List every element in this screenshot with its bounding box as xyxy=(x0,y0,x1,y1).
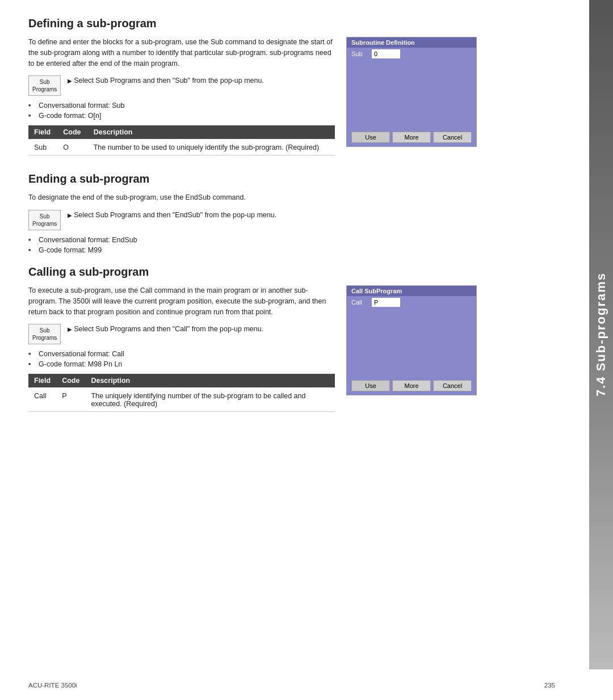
section1-table: Field Code Description Sub O The number … xyxy=(28,125,335,155)
section1-btn-label1: Sub xyxy=(40,79,50,85)
section1-bullet2: G-code format: O[n] xyxy=(28,112,335,120)
section1-widget-row-label: Sub xyxy=(351,50,367,57)
section3-table-col3: Description xyxy=(85,374,335,387)
section3-sub-btn-icon: Sub Programs xyxy=(28,324,61,344)
section2-sub-btn-icon: Sub Programs xyxy=(28,210,61,230)
page-wrapper: 7.4 Sub-programs Defining a sub-program … xyxy=(0,0,613,700)
section1-left: To define and enter the blocks for a sub… xyxy=(28,37,335,167)
section1-cancel-button[interactable]: Cancel xyxy=(433,132,472,143)
section1-widget-body xyxy=(347,60,476,128)
section2-btn-label2: Programs xyxy=(32,221,57,227)
section1-use-button[interactable]: Use xyxy=(351,132,390,143)
s3-row1-code: P xyxy=(56,387,85,412)
s3-row1-desc: The uniquely identifying number of the s… xyxy=(85,387,335,412)
section3-widget-row-label: Call xyxy=(351,299,367,306)
section-defining: Defining a sub-program To define and ent… xyxy=(28,17,555,167)
section3-right: Call SubProgram Call Use More Cancel xyxy=(346,285,477,423)
section1-two-col: To define and enter the blocks for a sub… xyxy=(28,37,555,167)
side-tab: 7.4 Sub-programs xyxy=(589,0,613,669)
section1-btn-row: Sub Programs Select Sub Programs and the… xyxy=(28,75,335,96)
section3-btn-row: Sub Programs Select Sub Programs and the… xyxy=(28,324,335,344)
section3-widget-row: Call xyxy=(347,296,476,309)
section1-table-col3: Description xyxy=(88,125,335,139)
s1-row1-code: O xyxy=(57,139,87,155)
section2-bullet1: Conversational format: EndSub xyxy=(28,236,555,244)
section3-widget: Call SubProgram Call Use More Cancel xyxy=(346,285,477,395)
section1-widget: Subroutine Definition Sub Use More Cance… xyxy=(346,37,477,147)
section3-widget-footer: Use More Cancel xyxy=(347,377,476,395)
section3-btn-label2: Programs xyxy=(32,335,57,341)
page-footer: ACU-RITE 3500i 235 xyxy=(28,682,555,689)
table-row: Call P The uniquely identifying number o… xyxy=(28,387,335,412)
section-calling: Calling a sub-program To execute a sub-p… xyxy=(28,265,555,423)
section1-body: To define and enter the blocks for a sub… xyxy=(28,37,335,69)
section1-more-button[interactable]: More xyxy=(392,132,431,143)
section1-widget-footer: Use More Cancel xyxy=(347,128,476,146)
section3-two-col: To execute a sub-program, use the Call c… xyxy=(28,285,555,423)
footer-right: 235 xyxy=(544,682,555,689)
section1-right: Subroutine Definition Sub Use More Cance… xyxy=(346,37,477,167)
s1-row1-desc: The number to be used to uniquely identi… xyxy=(88,139,335,155)
section3-left: To execute a sub-program, use the Call c… xyxy=(28,285,335,423)
section3-bullet2: G-code format: M98 Pn Ln xyxy=(28,360,335,368)
section3-table-col1: Field xyxy=(28,374,56,387)
section1-widget-input[interactable] xyxy=(372,49,400,58)
s3-row1-field: Call xyxy=(28,387,56,412)
section-ending: Ending a sub-program To designate the en… xyxy=(28,172,555,254)
section3-cancel-button[interactable]: Cancel xyxy=(433,380,472,391)
s1-row1-field: Sub xyxy=(28,139,57,155)
section3-more-button[interactable]: More xyxy=(392,380,431,391)
section3-table: Field Code Description Call P The unique… xyxy=(28,374,335,412)
side-tab-label: 7.4 Sub-programs xyxy=(594,272,608,397)
main-content: Defining a sub-program To define and ent… xyxy=(0,0,589,700)
section1-widget-title: Subroutine Definition xyxy=(347,37,476,48)
section2-btn-label1: Sub xyxy=(40,213,50,220)
footer-left: ACU-RITE 3500i xyxy=(28,682,77,689)
section1-table-col1: Field xyxy=(28,125,57,139)
section3-body: To execute a sub-program, use the Call c… xyxy=(28,285,335,317)
section2-body: To designate the end of the sub-program,… xyxy=(28,192,335,203)
section1-menu-instruction: Select Sub Programs and then "Sub" from … xyxy=(68,75,264,86)
section1-table-col2: Code xyxy=(57,125,87,139)
section3-table-col2: Code xyxy=(56,374,85,387)
section3-btn-label1: Sub xyxy=(40,327,50,334)
section2-btn-row: Sub Programs Select Sub Programs and the… xyxy=(28,210,555,230)
section3-widget-title: Call SubProgram xyxy=(347,286,476,296)
section1-title: Defining a sub-program xyxy=(28,17,555,30)
section3-use-button[interactable]: Use xyxy=(351,380,390,391)
section3-widget-input[interactable] xyxy=(372,298,400,307)
section1-btn-label2: Programs xyxy=(32,86,57,92)
section3-menu-instruction: Select Sub Programs and then "Call" from… xyxy=(68,324,263,335)
section3-bullet1: Conversational format: Call xyxy=(28,350,335,358)
section2-bullet2: G-code format: M99 xyxy=(28,246,555,254)
section1-bullet1: Conversational format: Sub xyxy=(28,102,335,109)
section2-title: Ending a sub-program xyxy=(28,172,555,185)
table-row: Sub O The number to be used to uniquely … xyxy=(28,139,335,155)
section1-sub-btn-icon: Sub Programs xyxy=(28,75,61,96)
section3-widget-body xyxy=(347,309,476,377)
section1-widget-row: Sub xyxy=(347,48,476,60)
section3-title: Calling a sub-program xyxy=(28,265,555,279)
section2-menu-instruction: Select Sub Programs and then "EndSub" fr… xyxy=(68,210,276,221)
